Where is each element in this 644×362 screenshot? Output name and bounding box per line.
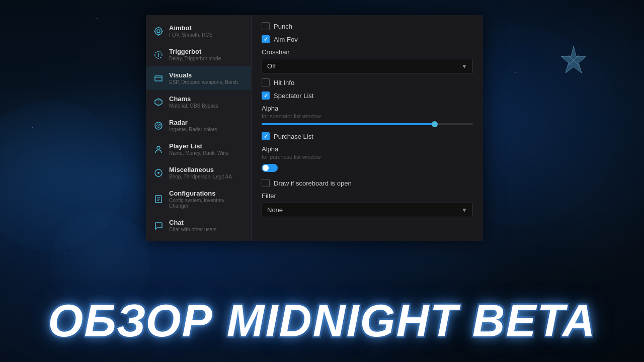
visuals-sublabel: ESP, Dropped weapons, Bomb <box>169 79 238 85</box>
sidebar-item-miscellaneous[interactable]: Miscellaneous Bhop, Thirdperson, Legit A… <box>146 161 251 185</box>
svg-point-18 <box>157 172 159 174</box>
radar-text: Radar Ingame, Radar colors <box>169 119 217 132</box>
svg-point-4 <box>157 30 160 33</box>
filter-dropdown[interactable]: None ▼ <box>262 203 473 217</box>
triggerbot-title: Triggerbot <box>169 48 221 55</box>
filter-dropdown-value: None <box>267 206 283 214</box>
radar-title: Radar <box>169 119 217 126</box>
aim-fov-checkbox[interactable] <box>262 35 270 43</box>
configurations-sublabel: Config system, Inventory Changer <box>169 198 244 209</box>
sidebar-item-configurations[interactable]: Configurations Config system, Inventory … <box>146 185 251 214</box>
configurations-title: Configurations <box>169 190 244 197</box>
chat-icon <box>153 220 164 231</box>
visuals-title: Visuals <box>169 71 238 79</box>
aimbot-text: Aimbot FOV, Smooth, RCS <box>169 24 212 38</box>
aimbot-sublabel: FOV, Smooth, RCS <box>169 32 212 38</box>
filter-section-label: Filter <box>262 192 473 200</box>
visuals-icon <box>153 73 164 84</box>
crosshair-dropdown[interactable]: Off ▼ <box>262 59 473 73</box>
svg-point-3 <box>155 28 162 35</box>
sidebar-item-aimbot[interactable]: Aimbot FOV, Smooth, RCS <box>146 19 251 43</box>
spectator-list-row: Spectator List <box>262 92 473 100</box>
settings-panel: Aimbot FOV, Smooth, RCS Triggerbot Delay… <box>146 15 483 241</box>
chams-icon <box>153 97 164 108</box>
sidebar-item-chams[interactable]: Chams Material, OBS Bypass <box>146 90 251 114</box>
spectator-list-label[interactable]: Spectator List <box>274 92 314 100</box>
sidebar: Aimbot FOV, Smooth, RCS Triggerbot Delay… <box>146 15 252 241</box>
player-list-title: Player List <box>169 142 228 150</box>
configurations-icon <box>153 194 164 205</box>
aim-fov-label[interactable]: Aim Fov <box>274 36 298 43</box>
purchase-list-checkbox[interactable] <box>262 132 270 140</box>
svg-marker-0 <box>561 46 586 73</box>
radar-sublabel: Ingame, Radar colors <box>169 127 217 132</box>
sidebar-item-triggerbot[interactable]: Triggerbot Delay, Triggerbot mode <box>146 43 251 66</box>
radar-icon <box>153 120 164 131</box>
chams-sublabel: Material, OBS Bypass <box>169 103 218 109</box>
configurations-text: Configurations Config system, Inventory … <box>169 190 244 209</box>
filter-dropdown-arrow: ▼ <box>461 207 467 214</box>
misc-text: Miscellaneous Bhop, Thirdperson, Legit A… <box>169 166 232 179</box>
misc-title: Miscellaneous <box>169 166 232 173</box>
spectator-list-checkbox[interactable] <box>262 92 270 100</box>
sidebar-item-radar[interactable]: Radar Ingame, Radar colors <box>146 114 251 137</box>
sidebar-item-visuals[interactable]: Visuals ESP, Dropped weapons, Bomb <box>146 66 251 90</box>
alpha-spectator-label: Alpha <box>262 105 473 112</box>
svg-point-16 <box>157 146 160 149</box>
alpha-spectator-fill <box>262 123 435 125</box>
triggerbot-text: Triggerbot Delay, Triggerbot mode <box>169 48 221 61</box>
draw-scoreboard-checkbox[interactable] <box>262 179 270 187</box>
misc-sublabel: Bhop, Thirdperson, Legit AA <box>169 174 232 179</box>
crosshair-section-label: Crosshair <box>262 48 473 56</box>
alpha-spectator-section: Alpha for spectator list window <box>262 105 473 125</box>
bottom-title-container: ОБЗОР MIDNIGHT BETA <box>0 295 644 347</box>
aim-fov-row: Aim Fov <box>262 35 473 43</box>
chams-title: Chams <box>169 95 218 103</box>
player-list-text: Player List Name, Money, Rank, Wins <box>169 142 228 156</box>
sidebar-item-chat[interactable]: Chat Chat with other users <box>146 214 251 237</box>
alpha-spectator-track[interactable] <box>262 123 473 125</box>
visuals-text: Visuals ESP, Dropped weapons, Bomb <box>169 71 238 85</box>
punch-label[interactable]: Punch <box>274 23 292 30</box>
bottom-title-text: ОБЗОР MIDNIGHT BETA <box>48 296 596 346</box>
aimbot-title: Aimbot <box>169 24 212 32</box>
hit-info-label[interactable]: Hit Info <box>274 79 294 86</box>
hit-info-row: Hit Info <box>262 78 473 86</box>
alpha-spectator-sublabel: for spectator list window <box>262 113 473 119</box>
chams-text: Chams Material, OBS Bypass <box>169 95 218 109</box>
triggerbot-icon <box>153 49 164 60</box>
player-list-icon <box>153 144 164 155</box>
player-list-sublabel: Name, Money, Rank, Wins <box>169 150 228 156</box>
triggerbot-sublabel: Delay, Triggerbot mode <box>169 56 221 61</box>
aimbot-icon <box>153 26 164 37</box>
chat-title: Chat <box>169 219 217 226</box>
punch-checkbox[interactable] <box>262 22 270 30</box>
draw-scoreboard-label[interactable]: Draw if scoreboard is open <box>274 179 352 187</box>
alpha-purchase-label: Alpha <box>262 145 473 153</box>
hit-info-checkbox[interactable] <box>262 78 270 86</box>
draw-scoreboard-row: Draw if scoreboard is open <box>262 179 473 187</box>
content-area: Punch Aim Fov Crosshair Off ▼ Hit Info S… <box>252 15 483 241</box>
ninja-star-icon <box>558 45 589 75</box>
alpha-purchase-toggle[interactable] <box>262 164 278 172</box>
svg-rect-11 <box>155 76 162 81</box>
sidebar-item-player-list[interactable]: Player List Name, Money, Rank, Wins <box>146 137 251 161</box>
purchase-list-row: Purchase List <box>262 132 473 140</box>
alpha-purchase-section: Alpha for purchase list window <box>262 145 473 172</box>
crosshair-dropdown-value: Off <box>267 62 276 70</box>
alpha-spectator-thumb[interactable] <box>432 121 438 127</box>
chat-sublabel: Chat with other users <box>169 227 217 232</box>
purchase-list-label[interactable]: Purchase List <box>274 133 313 140</box>
chat-text: Chat Chat with other users <box>169 219 217 232</box>
misc-icon <box>153 167 164 178</box>
alpha-purchase-sublabel: for purchase list window <box>262 154 473 160</box>
punch-row: Punch <box>262 22 473 30</box>
crosshair-dropdown-arrow: ▼ <box>461 63 467 70</box>
